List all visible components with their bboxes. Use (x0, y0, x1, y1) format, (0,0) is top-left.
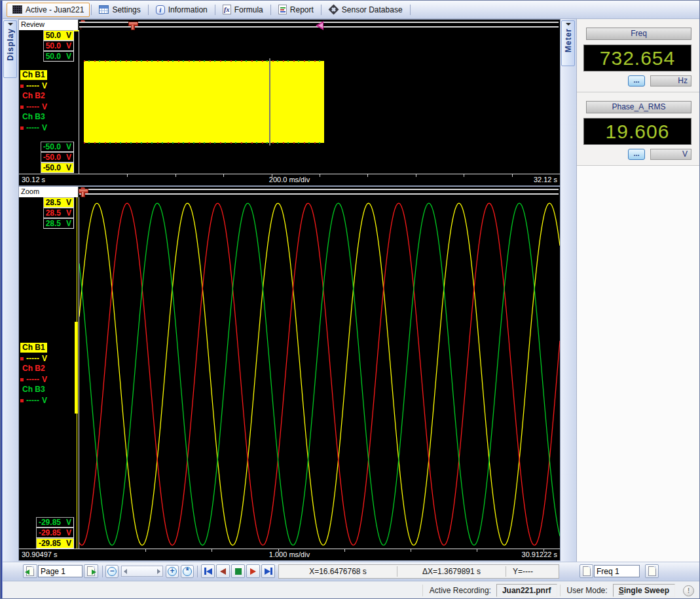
formula-icon: fx (223, 5, 231, 14)
zoom-position-marker-icon[interactable] (316, 21, 323, 30)
scale-value: -29.85V (33, 528, 77, 538)
scale-value: -50.0V (38, 142, 77, 152)
sidebar-tab-meter[interactable]: Meter (561, 20, 575, 66)
record-indicator-icon (20, 399, 24, 402)
tab-settings[interactable]: Settings (93, 3, 146, 17)
new-meter-page-button[interactable] (645, 564, 659, 578)
channel-label-ch-b2[interactable]: Ch B2 (20, 364, 47, 374)
tab-separator (91, 5, 92, 15)
axis-tick (212, 549, 212, 552)
sidebar-tab-display[interactable]: Display (3, 20, 17, 78)
meter-title-button[interactable]: Phase_A_RMS (586, 101, 691, 113)
record-indicator-icon (20, 106, 24, 109)
alert-icon[interactable]: ! (683, 585, 694, 596)
tab-separator (410, 5, 411, 15)
cursor-y-value: Y=---- (506, 565, 559, 578)
meter-options-button[interactable]: ... (628, 149, 645, 160)
meter-freq: Freq732.654...Hz (577, 19, 700, 92)
next-page-button[interactable] (84, 564, 98, 578)
tab-label: Settings (112, 5, 140, 14)
toolbar-separator (102, 566, 103, 577)
tab-label: Active - Juan221 (26, 5, 84, 14)
channel-label-ch-b2[interactable]: Ch B2 (20, 91, 47, 101)
tab-separator (148, 5, 149, 15)
meter-options-button[interactable]: ... (628, 75, 645, 87)
tab-formula[interactable]: fxFormula (217, 3, 269, 17)
scale-value: -29.85V (33, 538, 77, 549)
display-grid-icon (12, 5, 22, 14)
scroll-right-icon[interactable] (157, 569, 160, 574)
meter-unit-select[interactable]: V (650, 149, 691, 160)
review-title[interactable]: Review (19, 20, 79, 30)
zoom-all-button[interactable]: * (181, 565, 194, 578)
scale-value: 50.0V (41, 41, 77, 51)
play-icon (250, 568, 256, 575)
scroll-left-icon[interactable] (124, 569, 127, 574)
channel-label-ch-b1[interactable]: Ch B1 (20, 343, 47, 353)
meter-unit-select[interactable]: Hz (650, 75, 691, 87)
channel-label-ch-b3[interactable]: Ch B3 (20, 112, 47, 122)
axis-tick (344, 549, 345, 552)
page-back-icon (26, 566, 34, 576)
time-cursor[interactable] (269, 58, 270, 145)
meter-phase_a_rms: Phase_A_RMS19.606...V (577, 92, 700, 166)
axis-tick (127, 174, 128, 177)
axis-tick (411, 549, 411, 552)
zoom-title[interactable]: Zoom (19, 187, 79, 197)
report-icon (278, 5, 287, 14)
go-to-start-button[interactable] (201, 564, 215, 578)
three-phase-waveform (79, 197, 560, 549)
channel-value: -----V (20, 353, 47, 364)
zoom-in-button[interactable]: + (166, 565, 179, 578)
axis-tick (320, 174, 320, 177)
recording-label: Active Recording: (422, 585, 494, 596)
review-scale-column: 50.0V50.0V50.0VCh B1-----VCh B2-----VCh … (19, 30, 79, 174)
y-indicator-bar[interactable] (75, 322, 78, 414)
channel-value: -----V (20, 374, 47, 385)
review-panel: Review 50.0V50.0V50.0VCh B1-----VCh B2--… (18, 19, 561, 186)
scale-value: 28.5V (41, 208, 77, 218)
display-tab-label: Display (6, 28, 15, 61)
tab-separator (270, 5, 271, 15)
toolbar-separator (197, 566, 198, 577)
review-waveform-area[interactable] (79, 30, 560, 174)
page-name-input[interactable] (38, 565, 83, 577)
trigger-marker-icon[interactable] (128, 22, 137, 29)
zoom-out-button[interactable]: − (105, 565, 119, 578)
stop-button[interactable] (231, 564, 245, 578)
page-forward-icon (87, 566, 95, 576)
play-button[interactable] (246, 564, 260, 578)
play-reverse-button[interactable] (216, 564, 230, 578)
scale-value: 28.5V (41, 197, 77, 208)
user-mode-value: Single Sweep (613, 584, 675, 597)
review-header: Review (19, 20, 560, 30)
new-page-icon (648, 566, 656, 576)
horizontal-scrollbar[interactable] (121, 566, 163, 577)
zoom-timeline-track[interactable] (79, 189, 559, 195)
zoom-waveform-area[interactable] (79, 197, 560, 549)
channel-label-ch-b3[interactable]: Ch B3 (20, 385, 47, 395)
axis-tick (543, 549, 544, 552)
tab-report[interactable]: Report (272, 3, 320, 17)
page-icon (583, 566, 591, 576)
sensor-db-icon (329, 5, 339, 15)
record-indicator-icon (20, 378, 24, 381)
chevron-down-icon (8, 23, 13, 26)
scale-value: -50.0V (38, 152, 77, 163)
previous-page-button[interactable] (23, 564, 37, 578)
meter-title-button[interactable]: Freq (586, 28, 691, 40)
axis-tick (272, 174, 272, 177)
tab-label: Formula (234, 5, 263, 14)
trigger-marker-icon[interactable] (79, 189, 87, 197)
go-to-end-button[interactable] (261, 564, 275, 578)
channel-label-ch-b1[interactable]: Ch B1 (20, 70, 47, 80)
tab-information[interactable]: iInformation (150, 3, 213, 17)
cursor-x-value: X=16.6476768 s (279, 565, 397, 578)
meter-panel: Freq732.654...HzPhase_A_RMS19.606...V (576, 19, 700, 562)
axis-end-time: 32.12 s (534, 176, 557, 184)
meter-page-button[interactable] (580, 564, 593, 578)
review-timeline-track[interactable] (79, 22, 559, 28)
tab-active-juan221[interactable]: Active - Juan221 (7, 3, 90, 17)
meter-name-input[interactable] (594, 565, 640, 577)
tab-sensor-database[interactable]: Sensor Database (323, 3, 409, 17)
